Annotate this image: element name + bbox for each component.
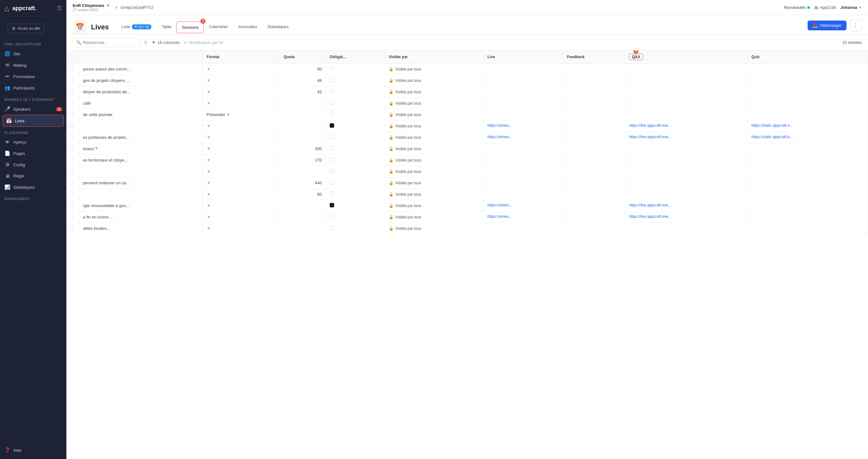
- row-format[interactable]: ▼: [203, 75, 280, 86]
- qa-link[interactable]: https://live.appcraft.eve...: [629, 214, 671, 219]
- th-format[interactable]: Format: [203, 51, 280, 64]
- th-quota[interactable]: Quota: [280, 51, 326, 64]
- modify-lot-button[interactable]: ✏ Modification par lot: [184, 40, 223, 45]
- live-link[interactable]: https://vimeo...: [488, 203, 512, 207]
- search-input[interactable]: [83, 40, 136, 45]
- obligatoire-checkbox[interactable]: [330, 123, 334, 128]
- qa-link[interactable]: https://live.appcraft.eve...: [629, 203, 671, 207]
- row-checkbox[interactable]: [69, 203, 74, 207]
- sidebar-item-pages[interactable]: 📄 Pages: [0, 148, 66, 159]
- row-obligatoire[interactable]: [326, 212, 385, 223]
- row-checkbox[interactable]: [69, 135, 74, 139]
- quiz-link[interactable]: https://static.appcraft.e...: [751, 123, 793, 128]
- obligatoire-checkbox[interactable]: [330, 191, 334, 196]
- th-qa[interactable]: 3 Q&A: [625, 51, 748, 64]
- obligatoire-checkbox[interactable]: [330, 203, 334, 207]
- sidebar-item-apercu[interactable]: 👁 Aperçu: [0, 136, 66, 148]
- row-checkbox-cell[interactable]: [66, 143, 79, 155]
- qa-link[interactable]: https://live.appcraft.eve...: [629, 123, 671, 128]
- tab-anomalies[interactable]: Anomalies: [233, 21, 262, 33]
- row-obligatoire[interactable]: [326, 120, 385, 132]
- more-options-button[interactable]: ⋮: [850, 20, 862, 31]
- sidebar-item-lives[interactable]: 📅 Lives: [3, 115, 64, 127]
- row-checkbox-cell[interactable]: [66, 223, 79, 234]
- row-obligatoire[interactable]: [326, 177, 385, 189]
- format-chevron-icon[interactable]: ▼: [207, 89, 211, 94]
- row-obligatoire[interactable]: [326, 132, 385, 143]
- obligatoire-checkbox[interactable]: [330, 89, 334, 94]
- sidebar-item-statistiques[interactable]: 📊 Statistiques: [0, 181, 66, 193]
- row-format[interactable]: ▼: [203, 189, 280, 200]
- format-chevron-icon[interactable]: ▼: [207, 203, 211, 208]
- sidebar-item-site[interactable]: 🌐 Site: [0, 48, 66, 59]
- sidebar-item-mailing[interactable]: ✉ Mailing: [0, 59, 66, 71]
- row-checkbox[interactable]: [69, 78, 74, 82]
- tab-table[interactable]: Table: [156, 21, 176, 33]
- th-select-all[interactable]: [66, 51, 79, 64]
- row-format[interactable]: ▼: [203, 98, 280, 109]
- format-chevron-icon[interactable]: ▼: [207, 78, 211, 83]
- row-obligatoire[interactable]: [326, 143, 385, 155]
- qa-link[interactable]: https://live.appcraft.eve...: [629, 135, 671, 139]
- row-checkbox[interactable]: [69, 112, 74, 116]
- columns-button[interactable]: 👁 16 colonnes: [152, 40, 180, 45]
- row-checkbox[interactable]: [69, 123, 74, 128]
- row-checkbox-cell[interactable]: [66, 212, 79, 223]
- row-checkbox-cell[interactable]: [66, 200, 79, 212]
- row-obligatoire[interactable]: [326, 86, 385, 98]
- row-obligatoire[interactable]: [326, 200, 385, 212]
- format-chevron-icon[interactable]: ▼: [207, 124, 211, 128]
- th-visible-par[interactable]: Visible par: [385, 51, 483, 64]
- row-checkbox-cell[interactable]: [66, 177, 79, 189]
- obligatoire-checkbox[interactable]: [330, 112, 334, 116]
- row-obligatoire[interactable]: [326, 64, 385, 75]
- row-format[interactable]: ▼: [203, 212, 280, 223]
- format-chevron-icon[interactable]: ▼: [207, 101, 211, 105]
- live-link[interactable]: https://vimeo...: [488, 123, 512, 128]
- live-link[interactable]: https://vimeo...: [488, 214, 512, 219]
- tab-liste[interactable]: Liste 👁 15 / 15: [116, 21, 156, 33]
- row-checkbox-cell[interactable]: [66, 155, 79, 166]
- obligatoire-checkbox[interactable]: [330, 226, 334, 230]
- format-chevron-icon[interactable]: ▼: [207, 192, 211, 196]
- tab-statistiques[interactable]: Statistiques: [262, 21, 293, 33]
- tab-sessions[interactable]: 2 Sessions: [176, 22, 204, 33]
- quiz-link[interactable]: https://static.appcraft.e...: [751, 135, 793, 139]
- obligatoire-checkbox[interactable]: [330, 169, 334, 173]
- th-quiz[interactable]: Quiz: [748, 51, 868, 64]
- obligatoire-checkbox[interactable]: [330, 66, 334, 71]
- row-checkbox[interactable]: [69, 180, 74, 185]
- row-format[interactable]: ▼: [203, 132, 280, 143]
- row-checkbox-cell[interactable]: [66, 86, 79, 98]
- row-format[interactable]: ▼: [203, 155, 280, 166]
- obligatoire-checkbox[interactable]: [330, 78, 334, 82]
- row-checkbox-cell[interactable]: [66, 132, 79, 143]
- sidebar-item-aide[interactable]: ❓ Aide: [0, 445, 66, 456]
- format-chevron-icon[interactable]: ▼: [207, 146, 211, 151]
- format-chevron-icon[interactable]: ▼: [207, 135, 211, 140]
- sidebar-item-regie[interactable]: 🖥 Régie: [0, 171, 66, 181]
- th-feedback[interactable]: Feedback: [563, 51, 625, 64]
- obligatoire-checkbox[interactable]: [330, 180, 334, 185]
- row-format[interactable]: ▼: [203, 223, 280, 234]
- access-site-button[interactable]: 🖥 Accès au site: [8, 24, 44, 33]
- row-checkbox[interactable]: [69, 226, 74, 230]
- row-obligatoire[interactable]: [326, 223, 385, 234]
- live-link[interactable]: https://vimeo...: [488, 135, 512, 139]
- menu-icon[interactable]: ☰: [57, 5, 62, 12]
- row-checkbox[interactable]: [69, 157, 74, 162]
- row-checkbox[interactable]: [69, 89, 74, 94]
- select-all-checkbox[interactable]: [69, 54, 74, 59]
- format-chevron-icon[interactable]: ▼: [226, 112, 230, 117]
- row-checkbox[interactable]: [69, 146, 74, 150]
- row-obligatoire[interactable]: [326, 189, 385, 200]
- format-chevron-icon[interactable]: ▼: [207, 169, 211, 174]
- row-checkbox[interactable]: [69, 100, 74, 105]
- row-checkbox-cell[interactable]: [66, 166, 79, 177]
- th-obligatoire[interactable]: Obligat...: [326, 51, 385, 64]
- sidebar-item-formulaires[interactable]: ✏ Formulaires: [0, 71, 66, 82]
- row-format[interactable]: ▼: [203, 177, 280, 189]
- row-checkbox-cell[interactable]: [66, 189, 79, 200]
- row-checkbox-cell[interactable]: [66, 98, 79, 109]
- row-checkbox[interactable]: [69, 66, 74, 71]
